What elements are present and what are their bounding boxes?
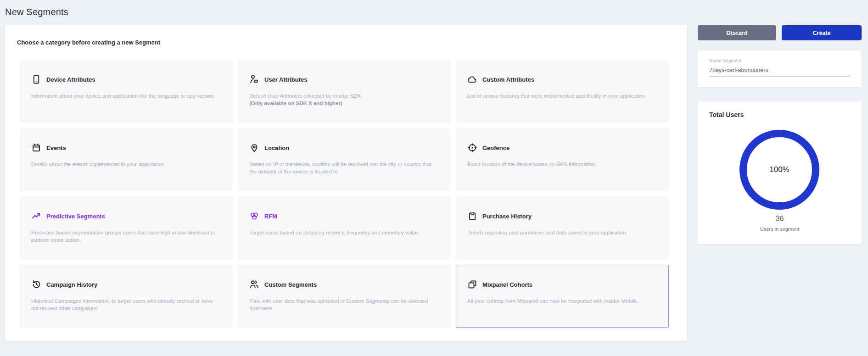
calendar-icon	[31, 143, 41, 153]
category-card-rfm[interactable]: RFM Target users based on shopping recen…	[238, 196, 451, 259]
gps-crosshair-icon	[467, 143, 477, 153]
category-card-purchase-history[interactable]: Purchase History Details regarding past …	[456, 196, 669, 259]
category-card-title: Campaign History	[46, 281, 97, 288]
category-card-device-attributes[interactable]: Device Attributes Information about your…	[20, 60, 233, 122]
venn-circles-icon	[249, 211, 259, 221]
segment-category-panel: Choose a category before creating a new …	[5, 24, 687, 341]
total-users-heading: Total Users	[709, 111, 744, 118]
category-card-description: Details about the events implemented in …	[31, 161, 221, 168]
users-in-segment-caption: Users in segment	[698, 226, 862, 232]
category-card-description: Target users based on shopping recency, …	[249, 229, 439, 236]
trending-up-icon	[31, 211, 41, 221]
total-users-card: Total Users 100% 36 Users in segment	[698, 101, 862, 244]
category-card-description: Details regarding past purchases and dat…	[467, 229, 657, 236]
panel-heading: Choose a category before creating a new …	[17, 39, 160, 46]
category-card-title: RFM	[264, 213, 277, 220]
linked-squares-icon	[467, 279, 477, 289]
category-card-title: Predictive Segments	[46, 213, 105, 220]
category-card-title: Custom Attributes	[482, 76, 534, 83]
category-card-title: Geofence	[482, 145, 510, 151]
page-title: New Segments	[5, 7, 68, 17]
category-card-grid: Device Attributes Information about your…	[20, 60, 669, 328]
category-card-description: List of unique features that were implem…	[467, 92, 657, 100]
name-segment-label: Name Segment	[709, 58, 850, 63]
category-card-custom-attributes[interactable]: Custom Attributes List of unique feature…	[456, 60, 669, 122]
name-segment-card: Name Segment	[698, 50, 862, 87]
device-icon	[31, 74, 41, 84]
category-card-user-attributes[interactable]: User Attributes Default User Attributes …	[238, 60, 451, 122]
category-card-description: Historical Campaigns information, to tar…	[31, 297, 221, 312]
category-card-title: Events	[46, 145, 66, 151]
category-card-title: Location	[264, 145, 289, 151]
category-card-description: Exact location of the device based on GP…	[467, 161, 657, 168]
name-segment-input[interactable]	[709, 67, 850, 77]
category-card-predictive-segments[interactable]: Predictive Segments Prediction based seg…	[20, 196, 233, 259]
category-card-campaign-history[interactable]: Campaign History Historical Campaigns in…	[20, 265, 233, 328]
users-in-segment-count: 36	[698, 215, 862, 223]
create-button[interactable]: Create	[782, 25, 862, 40]
category-card-description: All your cohorts from Mixpanel can now b…	[467, 297, 657, 305]
category-card-description: Files with user data that was uploaded i…	[249, 297, 439, 312]
users-icon	[249, 279, 259, 289]
map-pin-icon	[249, 143, 259, 153]
category-card-geofence[interactable]: Geofence Exact location of the device ba…	[456, 128, 669, 191]
cloud-icon	[467, 74, 477, 84]
category-card-description: Prediction based segmentation groups use…	[31, 229, 221, 244]
category-card-title: Custom Segments	[264, 281, 317, 288]
shopping-bag-icon	[467, 211, 477, 221]
history-clock-icon	[31, 279, 41, 289]
category-card-title: Mixpanel Cohorts	[482, 281, 532, 288]
discard-button[interactable]: Discard	[698, 25, 776, 40]
category-card-mixpanel-cohorts[interactable]: Mixpanel Cohorts All your cohorts from M…	[456, 265, 669, 328]
total-users-donut-chart: 100%	[739, 130, 819, 210]
category-card-title: Purchase History	[482, 213, 532, 220]
category-card-title: User Attributes	[264, 76, 307, 83]
category-card-description: Based on IP of the device, location will…	[249, 161, 439, 175]
category-card-location[interactable]: Location Based on IP of the device, loca…	[238, 128, 451, 191]
category-card-custom-segments[interactable]: Custom Segments Files with user data tha…	[238, 265, 451, 328]
category-card-description: Default User Attributes collected by Ins…	[249, 92, 439, 100]
category-card-note: (Only available on SDK X and higher)	[249, 100, 439, 107]
donut-percent-label: 100%	[769, 165, 789, 174]
category-card-title: Device Attributes	[46, 76, 95, 83]
category-card-description: Information about your device and applic…	[31, 92, 221, 100]
user-badge-icon	[249, 74, 259, 84]
category-card-events[interactable]: Events Details about the events implemen…	[20, 128, 233, 191]
